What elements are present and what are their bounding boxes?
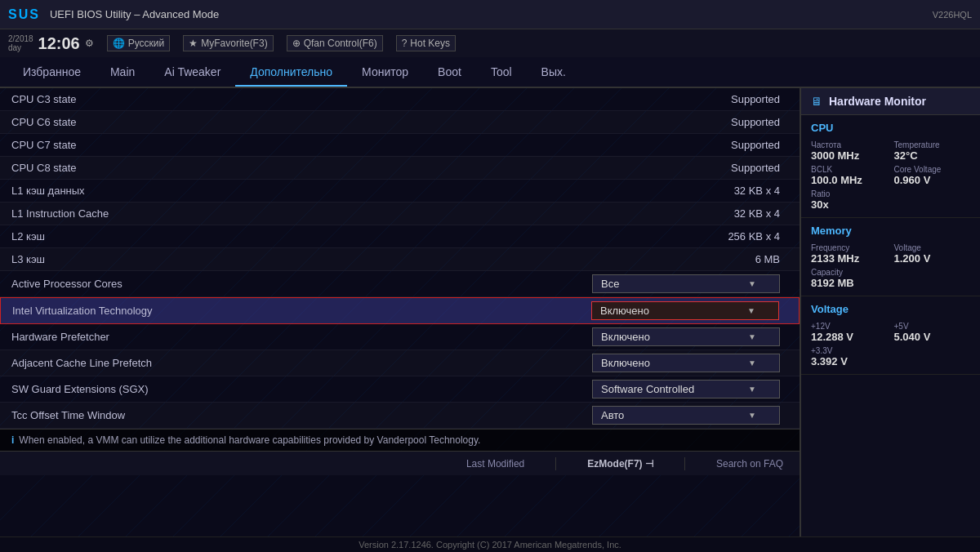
settings-row-aclp[interactable]: Adjacent Cache Line PrefetchВключено▼ <box>0 350 800 376</box>
ez-mode-icon: ⊣ <box>645 458 653 470</box>
cpu-section-title: CPU <box>811 122 970 134</box>
setting-value-c7: Supported <box>322 139 788 151</box>
dropdown-sgx[interactable]: Software Controlled▼ <box>592 380 780 398</box>
cpu-section: CPU Частота 3000 MHz Temperature 32°C BC… <box>801 115 980 218</box>
nav-monitor[interactable]: Монитор <box>347 59 423 85</box>
setting-name-aclp: Adjacent Cache Line Prefetch <box>11 357 322 369</box>
cpu-grid: Частота 3000 MHz Temperature 32°C BCLK 1… <box>811 140 970 211</box>
settings-row-l2: L2 кэш256 KB x 4 <box>0 225 800 248</box>
nav-tool[interactable]: Tool <box>476 59 527 85</box>
left-panel: CPU C3 stateSupportedCPU C6 stateSupport… <box>0 88 800 536</box>
monitor-icon: 🖥 <box>811 95 822 108</box>
settings-row-hwp[interactable]: Hardware PrefetcherВключено▼ <box>0 324 800 350</box>
setting-name-ivt: Intel Virtualization Technology <box>12 305 323 317</box>
settings-gear-icon[interactable]: ⚙ <box>85 38 94 49</box>
dropdown-hwp[interactable]: Включено▼ <box>592 327 780 346</box>
lang-label: Русский <box>128 38 165 49</box>
search-faq-btn[interactable]: Search on FAQ <box>716 458 783 470</box>
ez-mode-label: EzMode(F7) <box>587 458 642 470</box>
content-area: CPU C3 stateSupportedCPU C6 stateSupport… <box>0 88 980 536</box>
hotkeys-label: Hot Keys <box>410 38 450 49</box>
voltage-section-title: Voltage <box>811 303 970 315</box>
setting-value-l2: 256 KB x 4 <box>322 230 788 243</box>
settings-row-c7: CPU C7 stateSupported <box>0 134 800 157</box>
settings-row-l1d: L1 кэш данных32 KB x 4 <box>0 180 800 203</box>
v5-label: +5V 5.040 V <box>894 322 971 343</box>
setting-name-l3: L3 кэш <box>11 253 322 265</box>
brand-logo: SUS <box>8 7 40 22</box>
ez-mode-btn[interactable]: EzMode(F7) ⊣ <box>587 458 653 470</box>
second-bar: 2/2018day 12:06 ⚙ 🌐 Русский ★ MyFavorite… <box>0 29 980 57</box>
right-panel: 🖥 Hardware Monitor CPU Частота 3000 MHz … <box>800 88 980 536</box>
nav-main[interactable]: Main <box>96 59 149 85</box>
top-bar: SUS UEFI BIOS Utility – Advanced Mode V2… <box>0 0 980 29</box>
info-text: When enabled, a VMM can utilize the addi… <box>19 434 480 446</box>
setting-value-l3: 6 MB <box>322 253 788 265</box>
lang-icon: 🌐 <box>113 38 125 49</box>
setting-name-l2: L2 кэш <box>11 230 322 243</box>
qfan-menu[interactable]: ⊕ Qfan Control(F6) <box>287 35 383 51</box>
nav-dopolnitelno[interactable]: Дополнительно <box>235 59 347 87</box>
nav-exit[interactable]: Вых. <box>527 59 581 85</box>
version-badge: V226HQL <box>933 10 972 20</box>
setting-value-l1d: 32 KB x 4 <box>322 185 788 197</box>
date-text: 2/2018day <box>8 34 33 52</box>
setting-value-l1i: 32 KB x 4 <box>322 207 788 220</box>
cpu-ratio-label: Ratio 30x <box>811 189 888 211</box>
fav-icon: ★ <box>189 38 198 49</box>
mem-freq-label: Frequency 2133 MHz <box>811 243 888 265</box>
settings-row-l1i: L1 Instruction Cache32 KB x 4 <box>0 203 800 225</box>
voltage-section: Voltage +12V 12.288 V +5V 5.040 V +3.3V … <box>801 296 980 375</box>
qfan-label: Qfan Control(F6) <box>304 38 377 49</box>
setting-name-sgx: SW Guard Extensions (SGX) <box>11 383 322 395</box>
settings-row-c6: CPU C6 stateSupported <box>0 111 800 134</box>
footer-text: Version 2.17.1246. Copyright (C) 2017 Am… <box>359 540 621 550</box>
hotkeys-menu[interactable]: ? Hot Keys <box>396 35 456 51</box>
setting-name-tcc: Tcc Offset Time Window <box>11 409 322 421</box>
setting-name-apc: Active Processor Cores <box>11 278 322 290</box>
setting-value-c8: Supported <box>322 162 788 174</box>
settings-list: CPU C3 stateSupportedCPU C6 stateSupport… <box>0 88 800 429</box>
info-icon: i <box>11 434 14 446</box>
nav-izbr[interactable]: Избранное <box>8 59 96 85</box>
memory-section-title: Memory <box>811 225 970 237</box>
settings-row-ivt[interactable]: Intel Virtualization TechnologyВключено▼ <box>0 297 800 324</box>
dropdown-ivt[interactable]: Включено▼ <box>591 301 779 320</box>
bottom-action-bar: Last Modified EzMode(F7) ⊣ Search on FAQ <box>0 451 800 475</box>
bios-title: UEFI BIOS Utility – Advanced Mode <box>50 8 923 20</box>
memory-section: Memory Frequency 2133 MHz Voltage 1.200 … <box>801 218 980 296</box>
nav-ai-tweaker[interactable]: Ai Tweaker <box>149 59 235 85</box>
nav-boot[interactable]: Boot <box>423 59 476 85</box>
footer: Version 2.17.1246. Copyright (C) 2017 Am… <box>0 536 980 552</box>
dropdown-aclp[interactable]: Включено▼ <box>592 354 780 372</box>
setting-name-c8: CPU C8 state <box>11 162 322 174</box>
cpu-bclk-label: BCLK 100.0 MHz <box>811 165 888 186</box>
hotkeys-icon: ? <box>402 38 408 49</box>
time-display: 12:06 <box>38 34 80 53</box>
nav-bar: Избранное Main Ai Tweaker Дополнительно … <box>0 57 980 88</box>
setting-name-l1i: L1 Instruction Cache <box>11 207 322 220</box>
fav-label: MyFavorite(F3) <box>201 38 267 49</box>
settings-row-apc[interactable]: Active Processor CoresВсе▼ <box>0 271 800 297</box>
settings-row-c3: CPU C3 stateSupported <box>0 88 800 111</box>
fav-menu[interactable]: ★ MyFavorite(F3) <box>183 35 273 51</box>
dropdown-tcc[interactable]: Авто▼ <box>592 406 780 425</box>
setting-name-c7: CPU C7 state <box>11 139 322 151</box>
v33-label: +3.3V 3.392 V <box>811 346 888 367</box>
hw-monitor-header: 🖥 Hardware Monitor <box>801 88 980 115</box>
v12-label: +12V 12.288 V <box>811 322 888 343</box>
mem-cap-label: Capacity 8192 MB <box>811 268 888 289</box>
time-block: 2/2018day 12:06 ⚙ <box>8 34 94 53</box>
dropdown-apc[interactable]: Все▼ <box>592 274 780 293</box>
settings-row-sgx[interactable]: SW Guard Extensions (SGX)Software Contro… <box>0 376 800 403</box>
settings-row-l3: L3 кэш6 MB <box>0 248 800 271</box>
separator2 <box>684 457 685 470</box>
memory-grid: Frequency 2133 MHz Voltage 1.200 V Capac… <box>811 243 970 289</box>
setting-name-l1d: L1 кэш данных <box>11 185 322 197</box>
setting-name-c6: CPU C6 state <box>11 116 322 128</box>
cpu-temp-label: Temperature 32°C <box>894 140 971 162</box>
lang-menu[interactable]: 🌐 Русский <box>107 35 171 51</box>
voltage-grid: +12V 12.288 V +5V 5.040 V +3.3V 3.392 V <box>811 322 970 367</box>
settings-row-tcc[interactable]: Tcc Offset Time WindowАвто▼ <box>0 403 800 429</box>
hw-monitor-title: Hardware Monitor <box>829 95 926 108</box>
